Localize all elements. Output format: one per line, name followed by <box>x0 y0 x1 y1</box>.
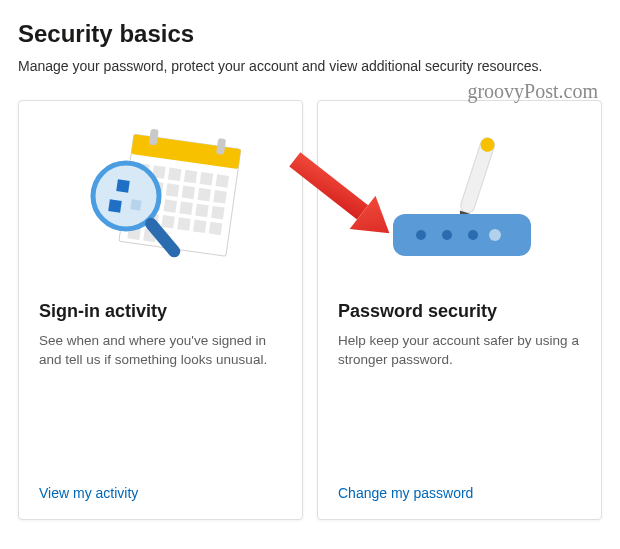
svg-rect-7 <box>183 170 197 184</box>
svg-rect-26 <box>192 220 206 234</box>
svg-rect-13 <box>181 186 195 200</box>
cards-row: Sign-in activity See when and where you'… <box>18 100 602 520</box>
svg-rect-21 <box>211 206 225 220</box>
card-desc-sign-in: See when and where you've signed in and … <box>39 332 282 469</box>
svg-point-39 <box>416 230 426 240</box>
page-subtitle: Manage your password, protect your accou… <box>18 58 602 74</box>
svg-point-40 <box>442 230 452 240</box>
view-my-activity-link[interactable]: View my activity <box>39 485 282 501</box>
svg-point-41 <box>468 230 478 240</box>
svg-rect-15 <box>213 190 227 204</box>
card-desc-password: Help keep your account safer by using a … <box>338 332 581 469</box>
svg-rect-6 <box>167 168 181 182</box>
password-security-illustration <box>338 119 581 293</box>
change-my-password-link[interactable]: Change my password <box>338 485 581 501</box>
svg-rect-33 <box>108 199 122 213</box>
sign-in-activity-illustration <box>39 119 282 293</box>
svg-rect-20 <box>195 204 209 218</box>
svg-rect-8 <box>199 172 213 186</box>
svg-rect-25 <box>177 217 191 231</box>
svg-rect-19 <box>179 201 193 215</box>
svg-rect-18 <box>163 199 177 213</box>
card-sign-in-activity[interactable]: Sign-in activity See when and where you'… <box>18 100 303 520</box>
svg-rect-9 <box>215 174 229 188</box>
svg-rect-34 <box>130 199 141 210</box>
svg-rect-27 <box>208 222 222 236</box>
card-password-security[interactable]: Password security Help keep your account… <box>317 100 602 520</box>
card-title-password: Password security <box>338 301 581 322</box>
svg-rect-24 <box>161 215 175 229</box>
svg-rect-38 <box>393 214 531 256</box>
card-title-sign-in: Sign-in activity <box>39 301 282 322</box>
svg-rect-32 <box>116 179 130 193</box>
page-title: Security basics <box>18 20 602 48</box>
svg-rect-14 <box>197 188 211 202</box>
svg-point-42 <box>489 229 501 241</box>
svg-rect-12 <box>165 183 179 197</box>
